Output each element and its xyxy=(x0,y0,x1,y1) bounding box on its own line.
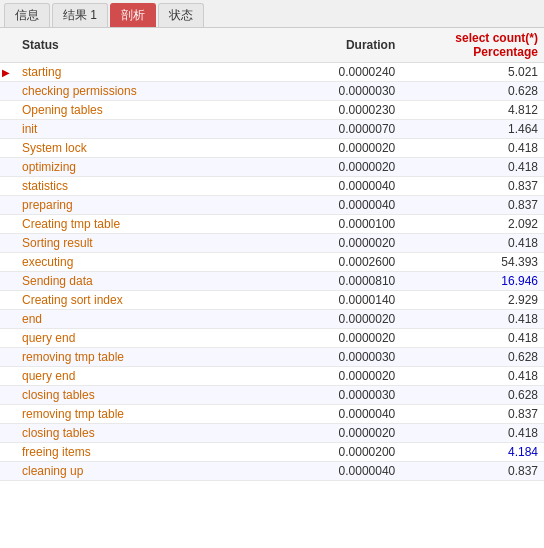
row-status: freeing items xyxy=(16,443,244,462)
row-status: query end xyxy=(16,367,244,386)
row-arrow-cell xyxy=(0,272,16,291)
row-status: optimizing xyxy=(16,158,244,177)
table-row: closing tables0.00000200.418 xyxy=(0,424,544,443)
row-status: closing tables xyxy=(16,386,244,405)
table-row: removing tmp table0.00000300.628 xyxy=(0,348,544,367)
row-duration: 0.0000200 xyxy=(244,443,401,462)
row-arrow-cell xyxy=(0,215,16,234)
row-arrow-cell xyxy=(0,462,16,481)
col-header-duration: Duration xyxy=(244,28,401,63)
row-arrow-cell xyxy=(0,291,16,310)
row-duration: 0.0000040 xyxy=(244,405,401,424)
row-percentage: 0.418 xyxy=(401,158,544,177)
table-row: cleaning up0.00000400.837 xyxy=(0,462,544,481)
row-arrow-cell xyxy=(0,424,16,443)
row-percentage: 2.929 xyxy=(401,291,544,310)
row-arrow-cell xyxy=(0,196,16,215)
row-percentage: 0.418 xyxy=(401,310,544,329)
tab-状态[interactable]: 状态 xyxy=(158,3,204,27)
table-row: statistics0.00000400.837 xyxy=(0,177,544,196)
row-status: Sorting result xyxy=(16,234,244,253)
row-status: executing xyxy=(16,253,244,272)
row-arrow-cell xyxy=(0,101,16,120)
profiling-table: Status Duration select count(*) Percenta… xyxy=(0,28,544,481)
col-header-status: Status xyxy=(16,28,244,63)
row-percentage: 5.021 xyxy=(401,63,544,82)
row-duration: 0.0000020 xyxy=(244,367,401,386)
row-status: statistics xyxy=(16,177,244,196)
table-row: removing tmp table0.00000400.837 xyxy=(0,405,544,424)
row-status: Sending data xyxy=(16,272,244,291)
row-percentage: 0.418 xyxy=(401,234,544,253)
row-status: query end xyxy=(16,329,244,348)
row-duration: 0.0000140 xyxy=(244,291,401,310)
table-row: ▶starting0.00002405.021 xyxy=(0,63,544,82)
row-duration: 0.0000020 xyxy=(244,424,401,443)
row-duration: 0.0002600 xyxy=(244,253,401,272)
row-percentage: 54.393 xyxy=(401,253,544,272)
row-percentage: 16.946 xyxy=(401,272,544,291)
table-row: Creating sort index0.00001402.929 xyxy=(0,291,544,310)
row-duration: 0.0000020 xyxy=(244,329,401,348)
row-arrow-cell xyxy=(0,367,16,386)
row-arrow-cell xyxy=(0,139,16,158)
row-duration: 0.0000030 xyxy=(244,82,401,101)
row-status: preparing xyxy=(16,196,244,215)
row-status: Opening tables xyxy=(16,101,244,120)
row-percentage: 0.628 xyxy=(401,82,544,101)
table-row: closing tables0.00000300.628 xyxy=(0,386,544,405)
row-status: end xyxy=(16,310,244,329)
row-status: System lock xyxy=(16,139,244,158)
tab-信息[interactable]: 信息 xyxy=(4,3,50,27)
tab-结果1[interactable]: 结果 1 xyxy=(52,3,108,27)
row-arrow-cell xyxy=(0,253,16,272)
tab-bar: 信息结果 1剖析状态 xyxy=(0,0,544,28)
row-duration: 0.0000240 xyxy=(244,63,401,82)
row-status: Creating sort index xyxy=(16,291,244,310)
row-status: closing tables xyxy=(16,424,244,443)
row-percentage: 4.184 xyxy=(401,443,544,462)
row-arrow-cell xyxy=(0,234,16,253)
tab-剖析[interactable]: 剖析 xyxy=(110,3,156,27)
row-arrow-cell xyxy=(0,177,16,196)
row-status: starting xyxy=(16,63,244,82)
table-row: checking permissions0.00000300.628 xyxy=(0,82,544,101)
row-arrow-cell xyxy=(0,158,16,177)
row-duration: 0.0000020 xyxy=(244,234,401,253)
row-percentage: 0.837 xyxy=(401,177,544,196)
table-row: System lock0.00000200.418 xyxy=(0,139,544,158)
row-arrow-cell xyxy=(0,329,16,348)
row-percentage: 0.628 xyxy=(401,348,544,367)
row-percentage: 0.418 xyxy=(401,139,544,158)
row-duration: 0.0000030 xyxy=(244,386,401,405)
row-percentage: 1.464 xyxy=(401,120,544,139)
row-duration: 0.0000040 xyxy=(244,177,401,196)
row-percentage: 2.092 xyxy=(401,215,544,234)
row-status: cleaning up xyxy=(16,462,244,481)
row-percentage: 0.837 xyxy=(401,196,544,215)
row-percentage: 0.837 xyxy=(401,405,544,424)
row-arrow-cell xyxy=(0,348,16,367)
table-row: preparing0.00000400.837 xyxy=(0,196,544,215)
row-arrow-cell xyxy=(0,405,16,424)
col-header-percentage: select count(*) Percentage xyxy=(401,28,544,63)
table-row: Creating tmp table0.00001002.092 xyxy=(0,215,544,234)
row-percentage: 0.837 xyxy=(401,462,544,481)
row-status: Creating tmp table xyxy=(16,215,244,234)
row-duration: 0.0000040 xyxy=(244,196,401,215)
table-row: Sending data0.000081016.946 xyxy=(0,272,544,291)
row-percentage: 0.628 xyxy=(401,386,544,405)
table-row: freeing items0.00002004.184 xyxy=(0,443,544,462)
row-status: removing tmp table xyxy=(16,405,244,424)
table-row: query end0.00000200.418 xyxy=(0,367,544,386)
row-duration: 0.0000100 xyxy=(244,215,401,234)
row-duration: 0.0000230 xyxy=(244,101,401,120)
row-arrow-cell xyxy=(0,82,16,101)
row-status: init xyxy=(16,120,244,139)
row-duration: 0.0000030 xyxy=(244,348,401,367)
row-arrow-cell xyxy=(0,443,16,462)
row-duration: 0.0000020 xyxy=(244,139,401,158)
table-row: optimizing0.00000200.418 xyxy=(0,158,544,177)
table-row: init0.00000701.464 xyxy=(0,120,544,139)
row-duration: 0.0000020 xyxy=(244,158,401,177)
